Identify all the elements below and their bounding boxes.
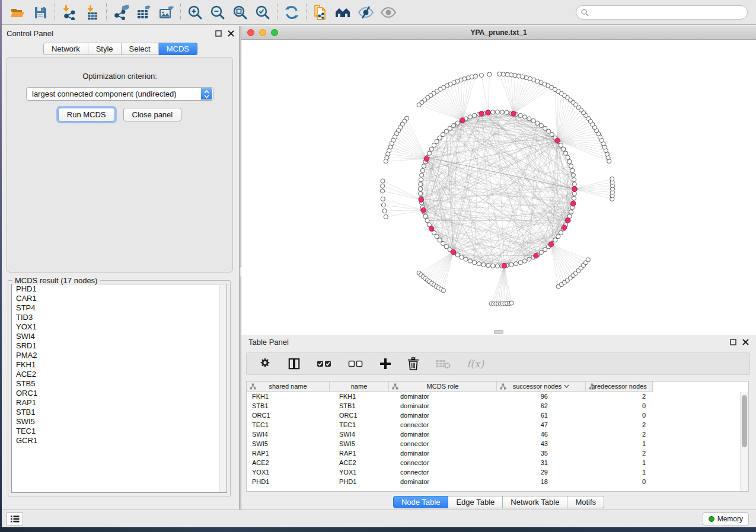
table-row[interactable]: SWI5SWI5connector431 [247, 439, 748, 448]
network-node[interactable] [473, 261, 477, 265]
network-node[interactable] [419, 182, 423, 187]
delete-column-icon[interactable] [407, 357, 419, 370]
tab-network-table[interactable]: Network Table [503, 496, 567, 508]
network-node[interactable] [570, 168, 575, 172]
close-panel-icon[interactable] [228, 30, 234, 37]
network-node[interactable] [564, 151, 568, 155]
network-node[interactable] [455, 253, 460, 257]
network-node[interactable] [495, 110, 499, 114]
float-panel-icon[interactable] [730, 339, 736, 345]
network-node[interactable] [572, 191, 576, 196]
network-node[interactable] [468, 115, 472, 119]
table-row[interactable]: SWI4SWI4dominator462 [247, 430, 748, 439]
zoom-in-button[interactable] [184, 2, 206, 23]
network-node[interactable] [547, 129, 551, 133]
network-node[interactable] [460, 255, 464, 259]
tab-select[interactable]: Select [122, 43, 159, 55]
tab-mcds[interactable]: MCDS [159, 43, 197, 55]
export-table-button[interactable] [132, 2, 155, 23]
network-node[interactable] [572, 178, 576, 182]
column-header-predecessor-nodes[interactable]: predecessor nodes [586, 382, 653, 391]
network-node[interactable] [420, 173, 424, 177]
network-node[interactable] [384, 214, 388, 219]
network-node[interactable] [555, 138, 560, 143]
mcds-result-item[interactable]: RAP1 [12, 398, 227, 408]
network-node[interactable] [424, 156, 429, 162]
network-node[interactable] [516, 74, 521, 78]
network-node[interactable] [468, 259, 472, 263]
network-node[interactable] [559, 230, 563, 235]
clone-network-button[interactable] [310, 2, 332, 23]
network-node[interactable] [419, 197, 424, 203]
network-node[interactable] [509, 262, 513, 267]
network-node[interactable] [441, 241, 445, 245]
horizontal-splitter-handle[interactable] [494, 330, 503, 334]
network-node[interactable] [610, 177, 614, 181]
network-node[interactable] [562, 225, 567, 230]
network-node[interactable] [419, 191, 423, 196]
network-node[interactable] [559, 143, 563, 148]
mcds-result-item[interactable]: FKH1 [12, 360, 227, 370]
network-node[interactable] [534, 253, 539, 258]
delete-table-icon[interactable] [435, 358, 451, 370]
column-header-mcds-role[interactable]: MCDS role [389, 382, 497, 391]
network-node[interactable] [556, 235, 560, 239]
table-row[interactable]: ACE2ACE2connector311 [247, 458, 748, 467]
network-node[interactable] [486, 110, 491, 116]
hide-selected-button[interactable] [355, 2, 377, 23]
zoom-selected-button[interactable] [251, 2, 274, 23]
network-node[interactable] [422, 164, 426, 168]
tab-motifs[interactable]: Motifs [567, 496, 604, 508]
network-node[interactable] [566, 155, 570, 159]
table-row[interactable]: YOX1YOX1connector291 [247, 467, 748, 477]
close-panel-icon[interactable] [742, 339, 749, 345]
network-node[interactable] [384, 159, 388, 163]
network-node[interactable] [522, 115, 527, 119]
network-node[interactable] [382, 209, 387, 213]
table-row[interactable]: STB1STB1dominator620 [247, 401, 748, 411]
network-node[interactable] [452, 123, 456, 127]
export-image-button[interactable] [155, 2, 177, 23]
network-node[interactable] [421, 208, 426, 213]
network-canvas[interactable] [241, 40, 756, 335]
column-header-name[interactable]: name [330, 382, 389, 391]
network-node[interactable] [464, 257, 468, 261]
network-node[interactable] [511, 111, 516, 117]
memory-button[interactable]: Memory [703, 512, 749, 525]
network-node[interactable] [543, 126, 547, 130]
network-node[interactable] [425, 219, 429, 223]
network-node[interactable] [381, 179, 385, 183]
mcds-result-item[interactable]: ORC1 [12, 389, 227, 398]
mcds-result-item[interactable]: SWI4 [12, 332, 227, 341]
open-file-button[interactable] [7, 2, 29, 23]
network-node[interactable] [495, 264, 499, 268]
network-node[interactable] [572, 182, 576, 187]
export-network-button[interactable] [110, 2, 132, 23]
network-node[interactable] [420, 168, 425, 172]
network-node[interactable] [491, 110, 495, 114]
mcds-result-item[interactable]: YOX1 [12, 322, 227, 332]
network-node[interactable] [429, 226, 434, 232]
network-node[interactable] [486, 263, 490, 267]
table-row[interactable]: TEC1TEC1connector472 [247, 420, 748, 430]
network-node[interactable] [444, 129, 448, 133]
mcds-result-item[interactable]: STB1 [12, 408, 227, 417]
function-builder-icon[interactable]: f(x) [467, 358, 484, 370]
zoom-fit-button[interactable] [229, 2, 251, 23]
gear-icon[interactable] [259, 357, 272, 370]
task-history-button[interactable] [7, 512, 23, 525]
network-node[interactable] [527, 257, 531, 261]
mcds-result-item[interactable]: TID3 [12, 313, 227, 322]
columns-icon[interactable] [288, 357, 301, 370]
table-scrollbar[interactable] [740, 392, 748, 491]
network-node[interactable] [427, 151, 431, 155]
network-node[interactable] [444, 245, 448, 249]
network-node[interactable] [569, 164, 573, 168]
network-node[interactable] [562, 147, 566, 151]
network-node[interactable] [543, 248, 547, 252]
network-node[interactable] [435, 235, 439, 239]
network-node[interactable] [502, 263, 507, 268]
mcds-result-item[interactable]: PMA2 [12, 351, 227, 360]
network-node[interactable] [565, 218, 570, 223]
network-node[interactable] [505, 110, 509, 114]
